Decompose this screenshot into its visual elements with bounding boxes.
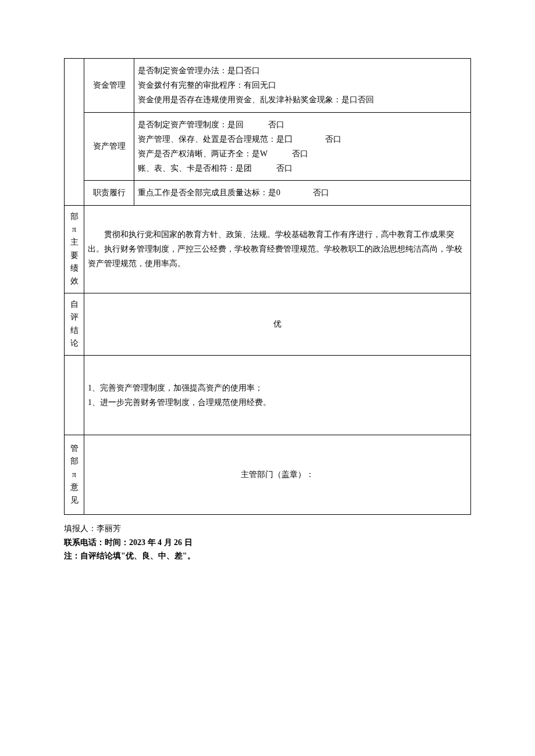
selfeval-char: 自: [70, 298, 79, 311]
opinion-char: 部: [70, 455, 79, 468]
perf-char: 绩: [70, 262, 79, 275]
improve-label-empty: [65, 355, 84, 435]
duty-content: 重点工作是否全部完成且质量达标：是0 否口: [134, 181, 471, 205]
perf-char: 效: [70, 275, 79, 288]
funds-line3: 资金使用是否存在违规使用资金、乱发津补贴奖金现象：是口否回: [138, 92, 467, 107]
note-line: 注：自评结论填"优、良、中、差"。: [64, 549, 471, 563]
perf-char: 要: [70, 249, 79, 262]
performance-label: 部 π 主 要 绩 效: [65, 205, 84, 293]
footer: 填报人：李丽芳 联系电话：时间：2023 年 4 月 26 日 注：自评结论填"…: [64, 522, 471, 563]
duty-line1: 重点工作是否全部完成且质量达标：是0 否口: [138, 185, 467, 200]
table-row: 1、完善资产管理制度，加强提高资产的使用率； 1、进一步完善财务管理制度，合理规…: [65, 355, 471, 435]
improve-content: 1、完善资产管理制度，加强提高资产的使用率； 1、进一步完善财务管理制度，合理规…: [84, 355, 471, 435]
assets-line3: 资产是否产权清晰、两证齐全：是W 否口: [138, 146, 467, 161]
selfeval-char: 结: [70, 324, 79, 337]
assets-line1: 是否制定资产管理制度：是回 否口: [138, 117, 467, 132]
assets-line2: 资产管理、保存、处置是否合理规范：是囗 否口: [138, 132, 467, 146]
assets-line4: 账、表、实、卡是否相符：是团 否口: [138, 161, 467, 175]
evaluation-table: 资金管理 是否制定资金管理办法：是囗否口 资金拨付有完整的审批程序：有回无口 资…: [64, 58, 471, 515]
funds-line2: 资金拨付有完整的审批程序：有回无口: [138, 78, 467, 92]
funds-line1: 是否制定资金管理办法：是囗否口: [138, 63, 467, 78]
self-eval-value: 优: [84, 293, 471, 355]
table-row: 资金管理 是否制定资金管理办法：是囗否口 资金拨付有完整的审批程序：有回无口 资…: [65, 59, 471, 113]
table-row: 管 部 π 意 见 主管部门（盖章）：: [65, 435, 471, 514]
opinion-char: π: [72, 468, 76, 481]
opinion-char: 见: [70, 494, 79, 507]
selfeval-char: 评: [70, 311, 79, 324]
assets-label: 资产管理: [84, 112, 134, 181]
opinion-label: 管 部 π 意 见: [65, 435, 84, 514]
duty-label: 职责履行: [84, 181, 134, 205]
perf-char: 主: [70, 236, 79, 249]
group-label-empty: [65, 59, 84, 206]
opinion-char: 管: [70, 442, 79, 455]
assets-content: 是否制定资产管理制度：是回 否口 资产管理、保存、处置是否合理规范：是囗 否口 …: [134, 112, 471, 181]
table-row: 自 评 结 论 优: [65, 293, 471, 355]
reporter-line: 填报人：李丽芳: [64, 522, 471, 536]
opinion-char: 意: [70, 481, 79, 494]
contact-line: 联系电话：时间：2023 年 4 月 26 日: [64, 536, 471, 550]
table-row: 职责履行 重点工作是否全部完成且质量达标：是0 否口: [65, 181, 471, 205]
reporter-label: 填报人：: [64, 524, 97, 533]
self-eval-label: 自 评 结 论: [65, 293, 84, 355]
opinion-text: 主管部门（盖章）：: [84, 435, 471, 514]
perf-char: π: [72, 223, 76, 236]
table-row: 部 π 主 要 绩 效 贯彻和执行党和国家的教育方针、政策、法规。学校基础教育工…: [65, 205, 471, 293]
performance-text: 贯彻和执行党和国家的教育方针、政策、法规。学校基础教育工作有序进行，高中教育工作…: [84, 205, 471, 293]
perf-char: 部: [70, 210, 79, 223]
reporter-name: 李丽芳: [97, 524, 121, 533]
funds-label: 资金管理: [84, 59, 134, 113]
funds-content: 是否制定资金管理办法：是囗否口 资金拨付有完整的审批程序：有回无口 资金使用是否…: [134, 59, 471, 113]
improve-line1: 1、完善资产管理制度，加强提高资产的使用率；: [88, 381, 467, 395]
improve-line2: 1、进一步完善财务管理制度，合理规范使用经费。: [88, 395, 467, 410]
table-row: 资产管理 是否制定资产管理制度：是回 否口 资产管理、保存、处置是否合理规范：是…: [65, 112, 471, 181]
selfeval-char: 论: [70, 337, 79, 350]
